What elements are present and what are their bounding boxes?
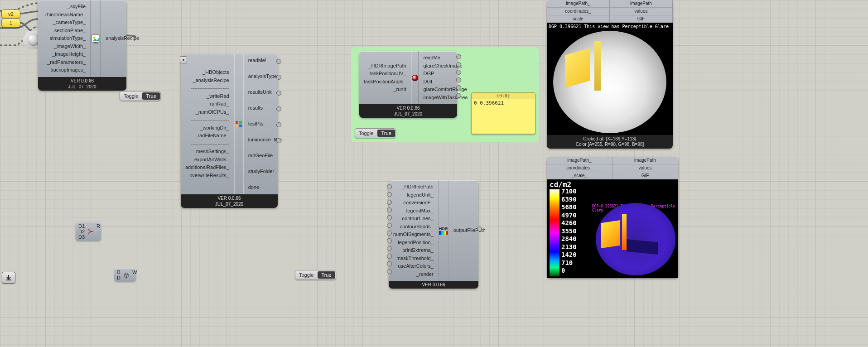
out-analysisrecipe[interactable]: analysisRecipe: [106, 34, 139, 43]
toggle-run-glare[interactable]: Toggle True: [355, 128, 396, 138]
in-d1[interactable]: D1: [78, 223, 85, 229]
in-render[interactable]: _render: [416, 270, 434, 279]
toggle-render[interactable]: Toggle True: [295, 270, 336, 280]
tab-values[interactable]: values: [612, 164, 678, 172]
in-maskthreshold[interactable]: maskThreshold_: [396, 255, 433, 263]
component-icon: IMG: [91, 0, 100, 77]
tab-scale[interactable]: _scale_: [547, 172, 612, 179]
panel-dgp[interactable]: {0;0} 0 0.396621: [471, 92, 535, 134]
in-contourbands[interactable]: contourBands_: [400, 223, 434, 231]
svg-rect-7: [441, 231, 443, 235]
component-image-recipe[interactable]: _skyFile _rhinoViewsName_ _cameraType_ s…: [38, 0, 126, 91]
tab-gif[interactable]: GIF: [610, 15, 673, 23]
image-viewer-glare[interactable]: imagePath_ imagePath coordinates_ values…: [547, 0, 673, 149]
component-falsecolor[interactable]: _HDRFilePath legendUnit_ conversionF_ le…: [389, 180, 478, 289]
toggle-run-rad[interactable]: Toggle True: [120, 91, 161, 101]
in-radfilename[interactable]: _radFileName_: [195, 132, 229, 140]
in-imagewidth[interactable]: _imageWidth_: [54, 43, 86, 51]
component-icon: [235, 54, 243, 194]
toggle-value[interactable]: True: [142, 92, 159, 100]
tab-values[interactable]: values: [610, 8, 673, 15]
component-brep[interactable]: B D W: [114, 268, 136, 282]
tab-scale[interactable]: _scale_: [547, 15, 610, 23]
in-runrad[interactable]: runRad_: [210, 100, 229, 108]
in-rhinoviews[interactable]: _rhinoViewsName_: [43, 11, 86, 19]
tab-imagepath-in[interactable]: imagePath_: [547, 0, 610, 7]
image-viewer-falsecolor[interactable]: imagePath_ imagePath coordinates_ values…: [547, 157, 678, 278]
canvas-button[interactable]: [2, 272, 15, 284]
in-hbobjects[interactable]: _HBObjects: [203, 68, 229, 77]
in-taskpositionuv[interactable]: taskPositionUV_: [370, 70, 406, 78]
svg-rect-3: [239, 121, 242, 124]
tab-coordinates[interactable]: coordinates_: [547, 164, 612, 172]
image-area[interactable]: cd/m2 710063905680 497042603550 28402130…: [547, 179, 678, 278]
in-numcpus[interactable]: _numOfCPUs_: [196, 108, 229, 116]
tab-coordinates[interactable]: coordinates_: [547, 8, 610, 15]
legend-ticks: 710063905680 497042603550 284021301420 7…: [561, 188, 577, 275]
in-runit[interactable]: _runIt: [393, 86, 406, 94]
component-merge[interactable]: D1 D2 D3 R: [76, 222, 101, 241]
in-imageheight[interactable]: _imageHeight_: [52, 50, 86, 58]
in-usealtercolors[interactable]: useAlterColors_: [398, 262, 433, 270]
menu-chip[interactable]: ▾: [180, 56, 187, 63]
in-hdrimagepath[interactable]: _HDRImagePath: [368, 62, 406, 70]
out-radgeofile[interactable]: radGeoFile: [248, 152, 285, 160]
in-legendunit[interactable]: legendUnit_: [407, 191, 434, 199]
in-backupimages[interactable]: backupImages_: [51, 66, 86, 74]
in-exportairwalls[interactable]: exportAirWalls_: [194, 156, 229, 164]
in-cameratype[interactable]: _cameraType_: [53, 19, 86, 27]
toggle-value[interactable]: True: [318, 271, 335, 279]
component-version: VER 0.0.66JUL_07_2020: [181, 194, 278, 208]
in-numofsegments[interactable]: numOfSegments_: [393, 231, 434, 239]
tab-gif[interactable]: GIF: [612, 172, 678, 179]
svg-rect-4: [236, 125, 238, 127]
component-version: VER 0.0.66: [389, 281, 478, 289]
component-run-radiance[interactable]: ▾ _HBObjects _analysisRecipe -----------…: [181, 54, 278, 208]
out-glarecheckimage[interactable]: glareCheckImage: [424, 62, 468, 70]
tab-imagepath-out[interactable]: imagePath: [610, 0, 673, 7]
in-hdrfilepath[interactable]: _HDRFilePath: [401, 183, 433, 191]
param-label: 1: [10, 20, 12, 26]
out-readme[interactable]: readMe: [424, 54, 468, 62]
in-d[interactable]: D: [117, 275, 121, 280]
in-d2[interactable]: D2: [78, 229, 85, 234]
in-additionalradfiles[interactable]: additionalRadFiles_: [185, 164, 229, 172]
image-area[interactable]: DGP=0.396621 This view has Perceptible G…: [547, 23, 673, 135]
out-dgp[interactable]: DGP: [424, 70, 468, 78]
in-contourlines[interactable]: contourLines_: [402, 215, 434, 223]
in-skyfile[interactable]: _skyFile: [68, 3, 86, 11]
in-legendposition[interactable]: legendPosition_: [398, 239, 433, 247]
out-studyfolder[interactable]: studyFolder: [248, 168, 285, 176]
in-legendmax[interactable]: legendMax_: [406, 207, 434, 215]
toggle-label: Toggle: [295, 272, 317, 278]
tab-imagepath-out[interactable]: imagePath: [612, 157, 678, 164]
in-workingdir[interactable]: _workingDir_: [200, 124, 229, 132]
out-r[interactable]: R: [96, 223, 100, 229]
tab-imagepath-in[interactable]: imagePath_: [547, 157, 612, 164]
image-banner: DGP=0.396621 This view has Perceptible G…: [549, 24, 669, 29]
in-printextrema[interactable]: printExtrema_: [402, 246, 433, 255]
param-one[interactable]: 1: [1, 19, 20, 27]
toggle-value[interactable]: True: [377, 130, 395, 137]
in-conversionf[interactable]: conversionF_: [404, 199, 434, 207]
in-taskpositionangle[interactable]: taskPositionAngle_: [364, 78, 406, 86]
in-simulationtype[interactable]: simulationType_: [50, 34, 86, 43]
out-w[interactable]: W: [132, 270, 137, 275]
component-version: VER 0.0.66JUL_07_2020: [359, 104, 457, 118]
component-glare[interactable]: _HDRImagePath taskPositionUV_ taskPositi…: [359, 51, 457, 118]
in-overwriteresults[interactable]: overwriteResults_: [189, 172, 229, 180]
in-writerad[interactable]: _writeRad: [207, 92, 229, 101]
in-sectionplane[interactable]: sectionPlane_: [54, 27, 86, 35]
image-footer: Clicked at: {X=169,Y=113}Color [A=255, R…: [547, 135, 673, 149]
in-meshsettings[interactable]: meshSettings_: [196, 148, 229, 156]
in-d3[interactable]: D3: [78, 234, 85, 240]
toggle-label: Toggle: [355, 130, 377, 136]
panel-body: 0 0.396621: [472, 99, 535, 107]
in-analysisrecipe[interactable]: _analysisRecipe: [193, 77, 229, 85]
sep-row: -----------------------: [191, 140, 229, 148]
cube-icon: [123, 268, 130, 282]
in-radparameters[interactable]: _radParameters_: [47, 58, 86, 67]
out-done[interactable]: done: [248, 183, 285, 192]
in-b[interactable]: B: [117, 270, 121, 275]
param-v2[interactable]: v2: [1, 10, 20, 18]
